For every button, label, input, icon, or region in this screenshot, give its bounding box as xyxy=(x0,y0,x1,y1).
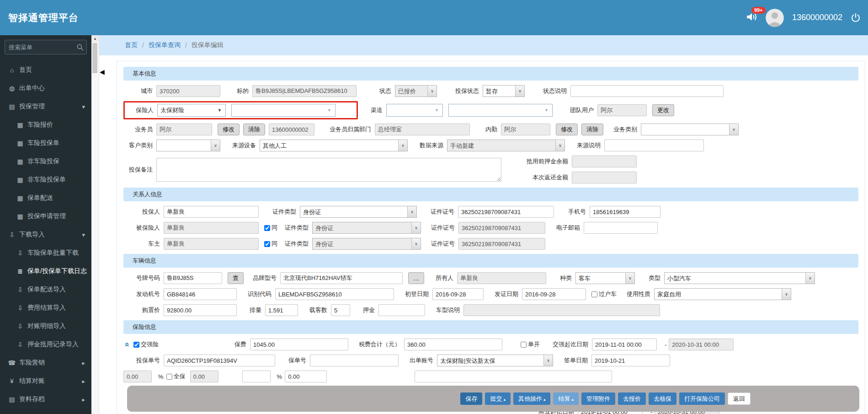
owner-id-type-select[interactable]: 身份证∨ xyxy=(312,238,421,250)
other-actions-button[interactable]: 其他操作▴ xyxy=(513,392,551,405)
applicant-id-no-input[interactable] xyxy=(458,206,554,218)
rate-4-input[interactable] xyxy=(285,371,327,382)
sidebar-item-fee-settle-import[interactable]: ⇩费用结算导入 xyxy=(0,299,91,317)
sidebar-item-nonauto-apply[interactable]: ▦非车险投保单 xyxy=(0,171,91,189)
plate-no-input[interactable] xyxy=(164,272,222,284)
breadcrumb-home[interactable]: 首页 xyxy=(125,41,138,49)
applicant-id-type-select[interactable]: 身份证∨ xyxy=(300,206,417,218)
sidebar-item-deposit-record-import[interactable]: ⇩押金抵用记录导入 xyxy=(0,335,91,354)
customer-type-select[interactable]: ∨ xyxy=(156,140,220,151)
status-note-input[interactable] xyxy=(570,85,724,97)
channel-detail-combobox[interactable]: ▼ xyxy=(448,104,553,117)
owner-same-checkbox-input[interactable] xyxy=(264,241,270,247)
apply-status-select[interactable]: 暂存∨ xyxy=(483,85,525,97)
deposit-input[interactable] xyxy=(378,304,425,316)
go-underwrite-button[interactable]: 去核保 xyxy=(649,392,676,405)
vehicle-owner-input[interactable] xyxy=(457,272,546,284)
owner-same-checkbox[interactable]: 同 xyxy=(264,240,277,248)
insured-id-no-input[interactable] xyxy=(458,222,545,234)
vin-input[interactable] xyxy=(275,288,394,300)
sidebar-item-apply-manage[interactable]: ▤投保管理▾ xyxy=(0,97,91,116)
source-device-select[interactable]: 其他人工∨ xyxy=(260,140,408,151)
insurance-note-input[interactable] xyxy=(415,371,612,382)
back-button[interactable]: 返回 xyxy=(728,392,751,405)
usage-nature-select[interactable]: 家庭自用∨ xyxy=(654,288,791,300)
apply-remark-textarea[interactable] xyxy=(156,158,501,182)
status-select[interactable]: 已报价∨ xyxy=(395,85,437,97)
refund-amount-input[interactable] xyxy=(572,172,637,183)
applicant-input[interactable] xyxy=(164,206,259,218)
separate-issue-checkbox[interactable]: 单开 xyxy=(521,340,540,349)
search-icon[interactable] xyxy=(74,44,86,51)
issue-date-input[interactable] xyxy=(522,288,586,300)
compulsory-end-date-input[interactable] xyxy=(669,339,734,350)
sign-date-input[interactable] xyxy=(591,355,670,366)
sidebar-item-auto-marketing[interactable]: ☎车险营销▸ xyxy=(0,354,91,372)
compulsory-insurance-checkbox-input[interactable] xyxy=(133,342,139,348)
content-scrollbar[interactable]: ▲ xyxy=(91,35,99,414)
email-input[interactable] xyxy=(584,222,658,234)
insured-same-checkbox[interactable]: 同 xyxy=(264,224,277,232)
avatar[interactable] xyxy=(766,9,784,27)
channel-combobox[interactable]: ▼ xyxy=(386,104,443,117)
team-user-input[interactable] xyxy=(597,104,647,116)
data-source-select[interactable]: 手动新建∨ xyxy=(447,140,565,151)
purchase-price-input[interactable] xyxy=(164,304,237,316)
seats-input[interactable] xyxy=(331,304,350,316)
sidebar-item-download-import[interactable]: ⇩下载导入▾ xyxy=(0,226,91,244)
sidebar-item-nonauto-insure[interactable]: ▦非车险投保 xyxy=(0,152,91,171)
rate-2-input[interactable] xyxy=(190,371,218,382)
business-type-select[interactable]: ∨ xyxy=(641,124,739,135)
salesman-dept-input[interactable] xyxy=(375,124,470,135)
sidebar-item-reconcile-detail-import[interactable]: ⇩对账明细导入 xyxy=(0,317,91,335)
salesman-edit-button[interactable]: 修改 xyxy=(218,124,240,135)
owner-input[interactable] xyxy=(164,238,259,250)
open-insurer-button[interactable]: 打开保险公司 xyxy=(679,392,725,405)
compulsory-start-date-input[interactable] xyxy=(592,339,657,350)
vehicle-type-select[interactable]: 小型汽车∨ xyxy=(664,272,815,284)
submit-button[interactable]: 提交▴ xyxy=(485,392,511,405)
sidebar-item-home[interactable]: ⌂首页 xyxy=(0,61,91,79)
save-button[interactable]: 保存 xyxy=(460,392,482,405)
transferred-vehicle-checkbox[interactable]: 过户车 xyxy=(591,290,617,298)
rate-3-input[interactable] xyxy=(242,371,271,382)
office-staff-input[interactable] xyxy=(501,124,550,135)
displacement-input[interactable] xyxy=(265,304,298,316)
brand-model-input[interactable] xyxy=(280,272,403,284)
premium-input[interactable] xyxy=(250,339,348,350)
notifications-button[interactable]: 99+ xyxy=(746,12,757,23)
office-staff-edit-button[interactable]: 修改 xyxy=(556,124,578,135)
salesman-clear-button[interactable]: 清除 xyxy=(243,124,265,135)
engine-no-input[interactable] xyxy=(164,288,237,300)
sidebar-item-settle-reconcile[interactable]: ¥结算对账▸ xyxy=(0,372,91,390)
sidebar-item-auto-policy-batch-download[interactable]: ⇩车险保单批量下载 xyxy=(0,244,91,262)
insured-id-type-select[interactable]: 身份证∨ xyxy=(312,222,421,234)
manage-attachments-button[interactable]: 管理附件 xyxy=(581,392,615,405)
insurer-combobox[interactable]: 太保财险▼ xyxy=(157,104,226,117)
source-note-input[interactable] xyxy=(604,140,704,151)
compulsory-insurance-checkbox[interactable]: 交强险 xyxy=(133,340,159,349)
plate-query-button[interactable]: 查 xyxy=(228,272,244,284)
separate-issue-checkbox-input[interactable] xyxy=(521,342,527,348)
tax-total-input[interactable] xyxy=(404,339,502,350)
settle-button[interactable]: 结算▴ xyxy=(553,392,579,405)
owner-id-no-input[interactable] xyxy=(458,238,545,250)
sidebar-collapse-icon[interactable]: ◀ xyxy=(100,68,105,75)
insured-input[interactable] xyxy=(164,222,259,234)
deposit-balance-before-input[interactable] xyxy=(572,156,637,167)
scrollbar-thumb[interactable] xyxy=(92,43,97,73)
insurer-product-combobox[interactable]: ▼ xyxy=(231,104,335,117)
brand-picker-button[interactable]: … xyxy=(408,272,424,284)
transferred-vehicle-checkbox-input[interactable] xyxy=(591,291,597,297)
policy-no-input[interactable] xyxy=(310,355,399,366)
model-note-input[interactable] xyxy=(463,304,660,316)
sidebar-item-policy-download-log[interactable]: ≣保单/投保单下载日志 xyxy=(0,262,91,280)
office-staff-clear-button[interactable]: 清除 xyxy=(581,124,603,135)
search-input[interactable] xyxy=(5,44,74,51)
sidebar-item-issue-center[interactable]: ◍出单中心 xyxy=(0,79,91,97)
subject-input[interactable] xyxy=(252,85,357,97)
collapse-double-chevron-icon[interactable]: « xyxy=(122,341,132,348)
sidebar-item-delivery-import[interactable]: ⇩保单配送导入 xyxy=(0,280,91,299)
first-register-date-input[interactable] xyxy=(432,288,484,300)
sidebar-item-apply-request-manage[interactable]: ▦投保申请管理 xyxy=(0,207,91,226)
